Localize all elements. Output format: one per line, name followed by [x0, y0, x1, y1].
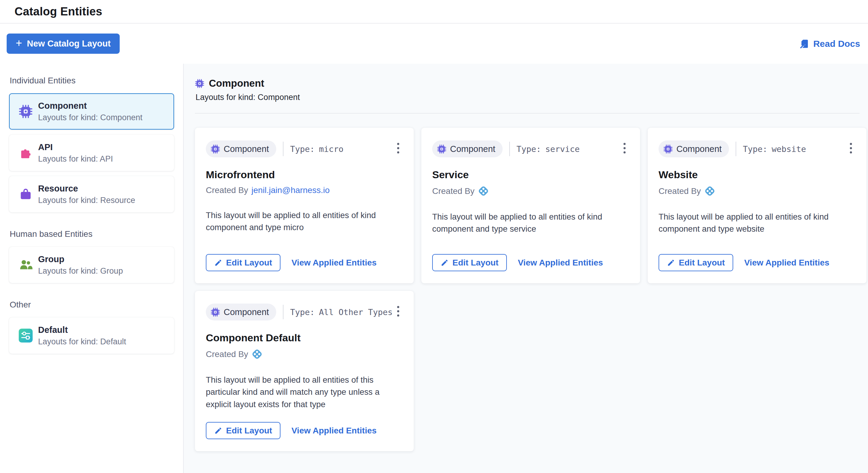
main-subtitle: Layouts for kind: Component	[195, 93, 866, 102]
kebab-menu-icon[interactable]	[395, 304, 401, 318]
type-label: Type:service	[517, 144, 580, 154]
component-chip-icon	[437, 144, 446, 154]
read-docs-link[interactable]: Read Docs	[799, 39, 860, 49]
content-area: Individual Entities Component Layouts fo…	[0, 64, 868, 473]
divider	[283, 305, 283, 319]
sidebar-item-title: Group	[38, 254, 123, 264]
edit-layout-button[interactable]: Edit Layout	[432, 254, 507, 271]
card-title: Microfrontend	[206, 169, 405, 181]
sidebar-item-title: Resource	[38, 183, 135, 194]
new-catalog-layout-button[interactable]: + New Catalog Layout	[7, 34, 120, 54]
default-sliders-icon	[19, 329, 33, 342]
page-header: Catalog Entities	[0, 0, 868, 24]
layout-cards-grid: Component Type:micro Microfrontend Creat…	[195, 128, 866, 451]
harness-logo-icon	[704, 185, 715, 197]
divider	[509, 142, 510, 156]
api-puzzle-icon	[19, 146, 33, 160]
component-chip-icon	[211, 144, 220, 154]
pencil-icon	[667, 259, 675, 267]
card-description: This layout will be applied to all entit…	[432, 211, 631, 235]
pencil-icon	[214, 427, 222, 435]
type-label: Type:micro	[290, 144, 344, 154]
view-applied-entities-link[interactable]: View Applied Entities	[291, 426, 377, 436]
view-applied-entities-link[interactable]: View Applied Entities	[518, 258, 603, 268]
sidebar-item-subtitle: Layouts for kind: Component	[38, 113, 142, 122]
main-header: Component	[195, 78, 866, 89]
page-title: Catalog Entities	[14, 5, 102, 18]
created-by-label: Created By	[206, 349, 248, 359]
created-by-label: Created By	[432, 187, 474, 196]
sidebar-item-subtitle: Layouts for kind: Resource	[38, 196, 135, 205]
read-docs-label: Read Docs	[813, 39, 860, 49]
resource-briefcase-icon	[19, 187, 33, 201]
section-label-human-based-entities: Human based Entities	[10, 229, 174, 239]
component-chip-icon	[211, 307, 220, 317]
card-description: This layout will be applied to all entit…	[206, 374, 405, 410]
edit-layout-button[interactable]: Edit Layout	[206, 254, 280, 271]
view-applied-entities-link[interactable]: View Applied Entities	[291, 258, 377, 268]
card-description: This layout will be applied to all entit…	[658, 211, 858, 235]
view-applied-entities-link[interactable]: View Applied Entities	[744, 258, 829, 268]
divider	[283, 142, 283, 156]
kind-badge: Component	[206, 304, 276, 320]
component-chip-icon	[663, 144, 673, 154]
kebab-menu-icon[interactable]	[622, 141, 627, 155]
sidebar-item-title: API	[38, 142, 113, 152]
section-label-other: Other	[10, 300, 174, 310]
pencil-icon	[214, 259, 222, 267]
created-by-label: Created By	[658, 187, 701, 196]
sidebar: Individual Entities Component Layouts fo…	[0, 64, 184, 473]
sidebar-item-title: Component	[38, 101, 142, 111]
created-by-link[interactable]: jenil.jain@harness.io	[251, 185, 330, 195]
sidebar-item-api[interactable]: API Layouts for kind: API	[9, 135, 174, 171]
sidebar-item-resource[interactable]: Resource Layouts for kind: Resource	[9, 176, 174, 212]
component-chip-icon	[19, 104, 33, 119]
sidebar-item-default[interactable]: Default Layouts for kind: Default	[9, 317, 174, 354]
main-title: Component	[209, 78, 264, 89]
kebab-menu-icon[interactable]	[848, 141, 854, 155]
sidebar-item-title: Default	[38, 325, 126, 335]
sidebar-item-subtitle: Layouts for kind: Group	[38, 266, 123, 276]
main-panel: Component Layouts for kind: Component Co…	[184, 64, 868, 473]
group-people-icon	[19, 258, 33, 272]
edit-layout-button[interactable]: Edit Layout	[206, 422, 280, 439]
edit-layout-button[interactable]: Edit Layout	[658, 254, 733, 271]
plus-icon: +	[16, 38, 22, 48]
sidebar-item-component[interactable]: Component Layouts for kind: Component	[9, 93, 174, 130]
new-catalog-layout-label: New Catalog Layout	[27, 39, 111, 48]
layout-card-website: Component Type:website Website Created B…	[648, 128, 867, 283]
component-chip-icon	[195, 79, 204, 88]
sidebar-item-subtitle: Layouts for kind: API	[38, 154, 113, 164]
divider	[195, 113, 860, 113]
pencil-icon	[441, 259, 448, 267]
doc-arrow-icon	[799, 39, 809, 49]
sidebar-item-subtitle: Layouts for kind: Default	[38, 337, 126, 346]
layout-card-service: Component Type:service Service Created B…	[421, 128, 640, 283]
sidebar-item-group[interactable]: Group Layouts for kind: Group	[9, 247, 174, 283]
toolbar: + New Catalog Layout Read Docs	[0, 24, 868, 64]
kind-badge: Component	[658, 140, 729, 157]
card-title: Component Default	[206, 332, 405, 344]
created-by-label: Created By	[206, 185, 248, 195]
layout-card-microfrontend: Component Type:micro Microfrontend Creat…	[195, 128, 414, 283]
kind-badge: Component	[432, 140, 503, 157]
harness-logo-icon	[478, 185, 489, 197]
layout-card-component-default: Component Type:All Other Types Component…	[195, 291, 414, 451]
card-description: This layout will be applied to all entit…	[206, 209, 405, 234]
card-title: Website	[658, 169, 858, 181]
type-label: Type:All Other Types	[290, 307, 393, 317]
divider	[736, 142, 736, 156]
type-label: Type:website	[743, 144, 806, 154]
kebab-menu-icon[interactable]	[395, 141, 401, 155]
kind-badge: Component	[206, 140, 276, 157]
card-title: Service	[432, 169, 631, 181]
section-label-individual-entities: Individual Entities	[10, 76, 174, 86]
harness-logo-icon	[251, 348, 262, 360]
